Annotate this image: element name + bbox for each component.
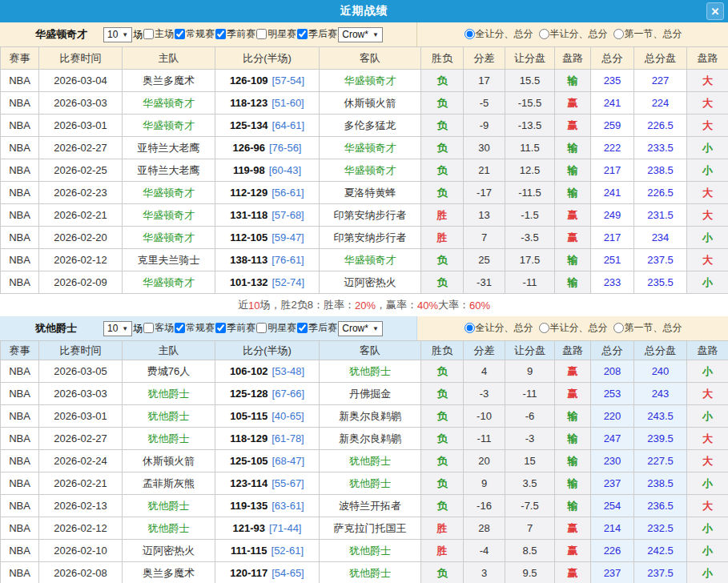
filter-checkbox-item[interactable]: 明星赛 bbox=[255, 321, 296, 335]
filter-checkbox-item[interactable]: 季后赛 bbox=[296, 321, 337, 335]
league-cell: NBA bbox=[1, 182, 39, 204]
handicap-line-cell-text: -11 bbox=[523, 388, 537, 400]
filter-checkbox[interactable] bbox=[175, 29, 185, 39]
stat-mode-radio-item[interactable]: 第一节、总分 bbox=[613, 321, 682, 335]
filter-checkbox[interactable] bbox=[215, 323, 226, 333]
odds-company-select[interactable]: Crow* ▼ bbox=[338, 321, 383, 336]
over-under-cell-text: 小 bbox=[702, 276, 713, 288]
total-line-cell-text: 224 bbox=[652, 97, 670, 109]
filter-checkbox[interactable] bbox=[175, 323, 185, 333]
total-points-cell: 237 bbox=[591, 562, 634, 583]
date-cell-text: 2026-02-12 bbox=[54, 522, 107, 534]
handicap-line-cell-text: -7.5 bbox=[521, 500, 538, 512]
handicap-result-cell-text: 赢 bbox=[568, 231, 578, 243]
point-diff-cell: -5 bbox=[464, 92, 505, 115]
over-under-cell: 小 bbox=[687, 360, 728, 383]
filter-checkbox[interactable] bbox=[297, 29, 308, 39]
stat-mode-radio[interactable] bbox=[465, 323, 475, 333]
score-value: 112-129 bbox=[230, 187, 267, 199]
stat-mode-radio-label: 全让分、总分 bbox=[476, 321, 533, 335]
win-loss-cell-text: 负 bbox=[437, 567, 448, 579]
handicap-line-cell: 15.5 bbox=[505, 70, 555, 92]
over-under-cell-text: 小 bbox=[702, 231, 713, 243]
handicap-line-cell: 15 bbox=[505, 450, 555, 472]
stat-mode-radio[interactable] bbox=[613, 323, 624, 333]
away-team-cell-text: 多伦多猛龙 bbox=[344, 119, 396, 131]
total-points-cell-text: 247 bbox=[604, 432, 621, 444]
league-cell-text: NBA bbox=[9, 254, 30, 266]
games-count-select[interactable]: 10 ▼ bbox=[103, 27, 132, 42]
filter-checkbox-label: 主场 bbox=[155, 27, 174, 41]
league-cell: NBA bbox=[1, 70, 39, 92]
filter-checkbox[interactable] bbox=[215, 29, 226, 39]
score-cell: 126-96[76-56] bbox=[215, 137, 320, 159]
handicap-result-cell: 输 bbox=[555, 137, 591, 159]
table-header-cell: 分差 bbox=[464, 341, 505, 360]
home-team-cell: 亚特兰大老鹰 bbox=[123, 137, 215, 159]
close-button[interactable]: ✕ bbox=[706, 2, 724, 20]
handicap-result-cell-text: 赢 bbox=[568, 388, 578, 400]
point-diff-cell: 7 bbox=[464, 227, 505, 249]
point-diff-cell: -16 bbox=[464, 495, 505, 517]
stat-mode-radio[interactable] bbox=[539, 323, 549, 333]
point-diff-cell-text: 9 bbox=[481, 477, 487, 489]
total-line-cell-text: 240 bbox=[652, 365, 670, 377]
league-cell: NBA bbox=[1, 562, 39, 583]
win-loss-cell: 负 bbox=[421, 383, 464, 405]
panel-title: 近期战绩 bbox=[340, 4, 388, 18]
win-loss-cell: 负 bbox=[421, 562, 464, 583]
score-cell: 125-105[68-47] bbox=[215, 450, 320, 472]
total-line-cell-text: 236.5 bbox=[647, 500, 674, 512]
away-team-cell-text: 新奥尔良鹈鹕 bbox=[339, 410, 401, 422]
filter-checkbox-item[interactable]: 明星赛 bbox=[255, 27, 296, 41]
total-points-cell-text: 241 bbox=[604, 97, 621, 109]
stat-mode-radio[interactable] bbox=[539, 29, 549, 39]
stat-mode-radio[interactable] bbox=[465, 29, 475, 39]
games-count-select[interactable]: 10 ▼ bbox=[103, 321, 132, 336]
handicap-line-cell: -13.5 bbox=[505, 115, 555, 137]
table-header-cell: 主队 bbox=[123, 341, 215, 360]
filter-checkbox[interactable] bbox=[297, 323, 308, 333]
away-team-cell-text: 犹他爵士 bbox=[349, 477, 391, 489]
summary-text: 近 bbox=[238, 298, 248, 312]
stat-mode-radio-item[interactable]: 半让分、总分 bbox=[538, 27, 608, 41]
stat-mode-radio-item[interactable]: 半让分、总分 bbox=[538, 321, 608, 335]
filter-checkbox-item[interactable]: 季前赛 bbox=[215, 321, 255, 335]
stat-mode-radio[interactable] bbox=[613, 29, 624, 39]
filter-checkbox[interactable] bbox=[143, 29, 154, 39]
table-row: NBA2026-02-24休斯顿火箭125-105[68-47]犹他爵士负201… bbox=[1, 450, 728, 472]
over-under-cell-text: 小 bbox=[702, 567, 713, 579]
filter-checkbox-item[interactable]: 常规赛 bbox=[174, 27, 215, 41]
filter-checkbox-item[interactable]: 主场 bbox=[143, 27, 174, 41]
point-diff-cell: 25 bbox=[464, 249, 505, 271]
away-team-cell-text: 华盛顿奇才 bbox=[344, 164, 396, 176]
odds-company-select[interactable]: Crow* ▼ bbox=[338, 27, 383, 42]
filter-checkbox[interactable] bbox=[256, 323, 267, 333]
point-diff-cell: -4 bbox=[464, 540, 505, 562]
point-diff-cell-text: 13 bbox=[478, 209, 489, 221]
total-line-cell: 240 bbox=[634, 360, 687, 383]
filter-checkbox[interactable] bbox=[143, 323, 154, 333]
filter-checkbox-item[interactable]: 季后赛 bbox=[296, 27, 337, 41]
filter-checkbox-item[interactable]: 季前赛 bbox=[215, 27, 255, 41]
date-cell: 2026-02-21 bbox=[39, 204, 123, 227]
stat-mode-radio-item[interactable]: 全让分、总分 bbox=[464, 321, 533, 335]
score-cell: 105-115[40-65] bbox=[215, 405, 320, 428]
away-team-cell-text: 犹他爵士 bbox=[349, 545, 391, 557]
score-cell: 111-115[52-61] bbox=[215, 540, 320, 562]
away-team-cell: 印第安纳步行者 bbox=[320, 227, 421, 249]
date-cell-text: 2026-02-27 bbox=[54, 142, 107, 154]
filter-checkbox-item[interactable]: 常规赛 bbox=[174, 321, 215, 335]
stat-mode-radio-item[interactable]: 全让分、总分 bbox=[464, 27, 533, 41]
filter-checkbox-item[interactable]: 客场 bbox=[143, 321, 174, 335]
away-team-cell: 休斯顿火箭 bbox=[320, 92, 421, 115]
away-team-cell: 夏洛特黄蜂 bbox=[320, 182, 421, 204]
total-points-cell: 247 bbox=[591, 428, 634, 450]
stat-mode-radio-item[interactable]: 第一节、总分 bbox=[613, 27, 682, 41]
table-row: NBA2026-02-21孟菲斯灰熊123-114[55-67]犹他爵士负93.… bbox=[1, 472, 728, 495]
filter-checkbox[interactable] bbox=[256, 29, 267, 39]
league-cell-text: NBA bbox=[9, 74, 30, 86]
win-loss-cell-text: 胜 bbox=[437, 209, 448, 221]
win-loss-cell: 负 bbox=[421, 428, 464, 450]
total-points-cell: 259 bbox=[591, 115, 634, 137]
